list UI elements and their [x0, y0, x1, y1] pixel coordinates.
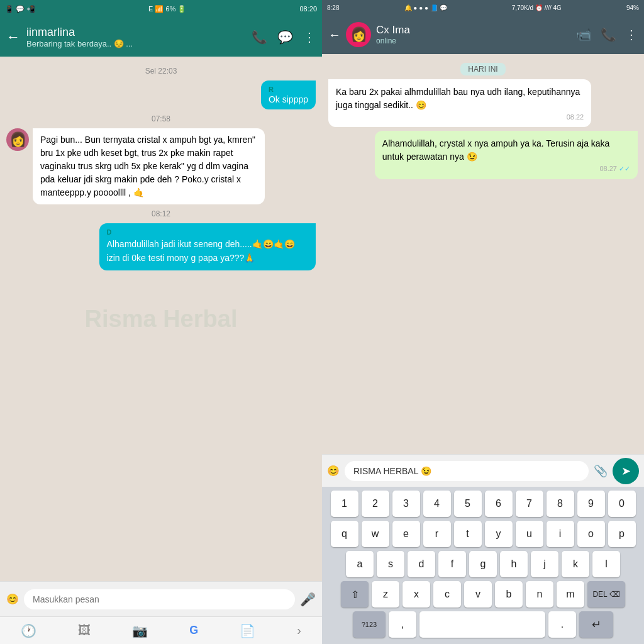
keyboard-row-qwerty: q w e r t y u i o p — [325, 521, 641, 547]
key-4[interactable]: 4 — [423, 491, 451, 517]
key-symbols[interactable]: ?123 — [353, 611, 386, 638]
right-msg-sent-1: Alhamdulillah, crystal x nya ampuh ya ka… — [328, 131, 638, 179]
key-6[interactable]: 6 — [485, 491, 513, 517]
key-m[interactable]: m — [557, 581, 584, 608]
right-more-icon[interactable]: ⋮ — [625, 27, 638, 42]
keyboard-row-asdf: a s d f g h j k l — [325, 551, 641, 577]
right-sent-bubble-1: Alhamdulillah, crystal x nya ampuh ya ka… — [375, 131, 638, 179]
key-s[interactable]: s — [377, 551, 404, 577]
received-text-1: Pagi bun... Bun ternyata cristal x ampuh… — [40, 133, 257, 199]
right-msg-received-1: Ka baru 2x pakai alhmdulillah bau nya ud… — [328, 79, 638, 127]
left-more-icon[interactable]: ⋮ — [303, 30, 316, 45]
key-n[interactable]: n — [526, 581, 553, 608]
right-send-button[interactable]: ➤ — [613, 458, 639, 484]
right-received-bubble-1: Ka baru 2x pakai alhmdulillah bau nya ud… — [328, 79, 591, 127]
left-status-time: 08:20 — [299, 5, 317, 13]
right-status-icons: 🔔 ● ● ● 📘 💬 — [404, 4, 447, 11]
key-t[interactable]: t — [454, 521, 482, 547]
left-message-input[interactable] — [24, 589, 295, 609]
right-clip-icon[interactable]: 📎 — [594, 464, 608, 478]
msg-time-2: 07:58 — [6, 114, 316, 123]
sent-bubble-1: R Ok sipppp — [261, 80, 316, 109]
msg-time-3: 08:12 — [6, 209, 316, 218]
key-i[interactable]: i — [547, 521, 574, 547]
key-space[interactable] — [419, 611, 545, 638]
msg-time-1: Sel 22:03 — [6, 67, 316, 75]
key-h[interactable]: h — [500, 551, 528, 577]
key-w[interactable]: w — [362, 521, 389, 547]
key-x[interactable]: x — [402, 581, 430, 608]
key-d[interactable]: d — [408, 551, 435, 577]
key-enter[interactable]: ↵ — [579, 611, 613, 638]
key-2[interactable]: 2 — [362, 491, 389, 517]
hari-ini-badge: HARI INI — [328, 63, 638, 75]
left-contact-name: iinmarlina — [26, 26, 245, 39]
right-status-battery: 94% — [626, 4, 639, 11]
key-f[interactable]: f — [438, 551, 466, 577]
key-o[interactable]: o — [577, 521, 605, 547]
key-delete[interactable]: DEL ⌫ — [587, 581, 625, 608]
key-g[interactable]: g — [469, 551, 497, 577]
key-z[interactable]: z — [372, 581, 399, 608]
key-y[interactable]: y — [485, 521, 513, 547]
key-r[interactable]: r — [423, 521, 451, 547]
left-mic-icon[interactable]: 🎤 — [300, 592, 316, 607]
key-period[interactable]: . — [548, 611, 576, 638]
keyboard-row-zxcv: ⇧ z x c v b n m DEL ⌫ — [325, 581, 641, 608]
toolbar-image-icon[interactable]: 🖼 — [78, 623, 91, 638]
right-send-icon: ➤ — [621, 464, 631, 478]
key-a[interactable]: a — [346, 551, 374, 577]
toolbar-camera-icon[interactable]: 📷 — [132, 623, 148, 638]
toolbar-clock-icon[interactable]: 🕐 — [21, 623, 36, 638]
left-chat-icon[interactable]: 💬 — [277, 30, 293, 45]
received-bubble-1: Pagi bun... Bun ternyata cristal x ampuh… — [33, 128, 265, 204]
right-status-time: 8:28 — [327, 4, 339, 11]
key-3[interactable]: 3 — [392, 491, 420, 517]
right-header-icons: 📹 📞 ⋮ — [576, 27, 638, 42]
right-sent-text-1: Alhamdulillah, crystal x nya ampuh ya ka… — [382, 137, 630, 164]
key-c[interactable]: c — [433, 581, 461, 608]
key-9[interactable]: 9 — [577, 491, 605, 517]
right-call-icon[interactable]: 📞 — [601, 27, 616, 42]
key-0[interactable]: 0 — [608, 491, 636, 517]
left-header: ← iinmarlina Berbaring tak berdaya.. 😔 .… — [0, 18, 322, 57]
left-watermark: Risma Herbal — [85, 306, 238, 333]
key-8[interactable]: 8 — [547, 491, 574, 517]
key-b[interactable]: b — [495, 581, 523, 608]
right-message-input[interactable] — [345, 461, 589, 481]
key-q[interactable]: q — [331, 521, 358, 547]
key-shift[interactable]: ⇧ — [341, 581, 369, 608]
toolbar-arrow-icon[interactable]: › — [297, 623, 301, 638]
toolbar-doc-icon[interactable]: 📄 — [240, 623, 255, 638]
left-toolbar: 🕐 🖼 📷 G 📄 › — [0, 616, 322, 644]
right-video-icon[interactable]: 📹 — [576, 27, 592, 42]
right-status-network: 7,70K/d ⏰ //// 4G — [512, 4, 562, 11]
right-emoji-icon[interactable]: 😊 — [327, 465, 340, 477]
right-contact-online: online — [376, 36, 571, 45]
left-contact-info: iinmarlina Berbaring tak berdaya.. 😔 ... — [26, 26, 245, 48]
right-received-time-1: 08.22 — [336, 113, 584, 121]
key-comma[interactable]: , — [389, 611, 416, 638]
keyboard: 1 2 3 4 5 6 7 8 9 0 q w e r t y u i o p … — [322, 487, 644, 644]
left-call-icon[interactable]: 📞 — [252, 30, 267, 45]
key-p[interactable]: p — [608, 521, 636, 547]
key-k[interactable]: k — [562, 551, 589, 577]
toolbar-google-icon[interactable]: G — [189, 624, 198, 637]
key-u[interactable]: u — [516, 521, 543, 547]
key-j[interactable]: j — [531, 551, 558, 577]
key-l[interactable]: l — [592, 551, 620, 577]
left-status-icons: 📱 💬 📲 — [5, 5, 35, 13]
left-chat-area: Risma Herbal Sel 22:03 R Ok sipppp 07:58… — [0, 57, 322, 581]
key-5[interactable]: 5 — [454, 491, 482, 517]
left-header-icons: 📞 💬 ⋮ — [252, 30, 316, 45]
msg-received-1: 👩 Pagi bun... Bun ternyata cristal x amp… — [6, 128, 316, 204]
right-header: ← 👩 Cx Ima online 📹 📞 ⋮ — [322, 15, 644, 54]
key-1[interactable]: 1 — [331, 491, 358, 517]
left-emoji-icon[interactable]: 😊 — [6, 593, 19, 605]
key-v[interactable]: v — [464, 581, 492, 608]
right-back-button[interactable]: ← — [328, 28, 341, 42]
key-e[interactable]: e — [392, 521, 420, 547]
left-back-button[interactable]: ← — [6, 29, 20, 45]
key-7[interactable]: 7 — [516, 491, 543, 517]
msg-sent-1: R Ok sipppp — [6, 80, 316, 109]
